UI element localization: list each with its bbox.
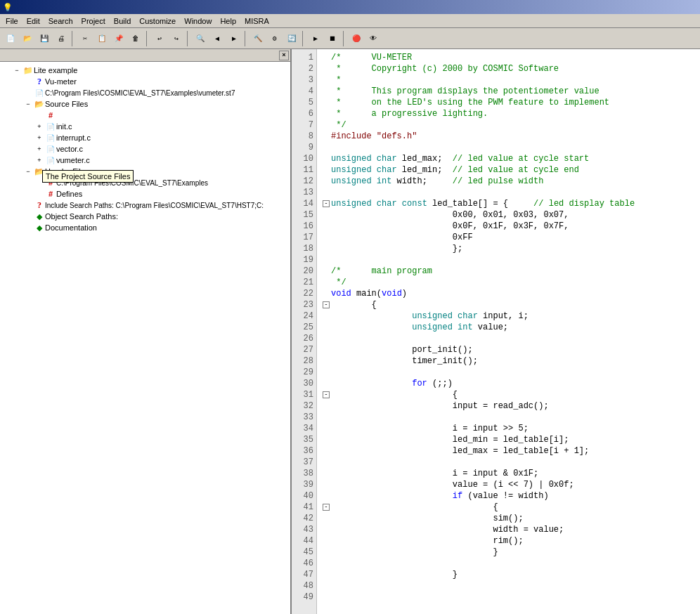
code-line-10: unsigned char led_max; // led value at c… <box>323 153 694 164</box>
new-button[interactable]: 📄 <box>3 31 18 46</box>
code-line-37 <box>323 457 694 468</box>
save-button[interactable]: 💾 <box>37 31 52 46</box>
code-line-48 <box>323 580 694 592</box>
line-number-1: 1 <box>294 52 313 63</box>
code-text-42: sim(); <box>331 513 524 524</box>
code-text-5: * on the LED's using the PWM feature to … <box>331 97 609 108</box>
line-number-12: 12 <box>294 176 313 187</box>
undo-button[interactable]: ↩ <box>152 31 167 46</box>
toggle-lite-example[interactable]: − <box>11 67 22 74</box>
code-line-5: * on the LED's using the PWM feature to … <box>323 97 694 108</box>
tree-item-source-files[interactable]: − 📂 Source Files <box>0 98 290 110</box>
line-number-4: 4 <box>294 86 313 97</box>
code-text-1: /* VU-METER <box>331 52 412 63</box>
browse-fwd-button[interactable]: ▶ <box>226 31 242 46</box>
menu-item-build[interactable]: Build <box>110 15 135 27</box>
line-number-16: 16 <box>294 221 313 232</box>
sep2 <box>146 31 149 46</box>
fold-marker-14[interactable]: - <box>323 200 330 207</box>
line-number-29: 29 <box>294 367 313 378</box>
line-number-43: 43 <box>294 524 313 535</box>
copy-button[interactable]: 📋 <box>94 31 110 46</box>
tree-item-interrupt-c[interactable]: + 📄 interrupt.c <box>0 132 290 143</box>
toggle <box>22 89 34 96</box>
compile-button[interactable]: ⚙ <box>267 31 283 46</box>
delete-button[interactable]: 🗑 <box>128 31 143 46</box>
tree-label-vumeter-path: C:\Program Files\COSMIC\EVAL_ST7\Example… <box>45 89 290 97</box>
toggle-init[interactable]: + <box>34 123 45 130</box>
tree-item-vumeter-c[interactable]: + 📄 vumeter.c <box>0 155 290 166</box>
watch-button[interactable]: 👁 <box>365 31 381 46</box>
code-line-46 <box>323 558 694 569</box>
toggle-interrupt[interactable]: + <box>34 134 45 141</box>
toggle <box>22 78 34 85</box>
file-c-icon: 📄 <box>45 134 56 142</box>
code-line-2: * Copyright (c) 2000 by COSMIC Software <box>323 63 694 74</box>
tree-label-vector-c: vector.c <box>56 145 290 153</box>
menu-item-window[interactable]: Window <box>180 15 216 27</box>
code-text-43: width = value; <box>331 524 564 535</box>
fold-marker-23[interactable]: - <box>323 301 330 308</box>
build-button[interactable]: 🔨 <box>250 31 266 46</box>
breakpoint-button[interactable]: 🔴 <box>349 31 364 46</box>
fold-marker-41[interactable]: - <box>323 504 330 511</box>
search-button[interactable]: 🔍 <box>193 31 208 46</box>
line-number-3: 3 <box>294 74 313 86</box>
menu-item-search[interactable]: Search <box>44 15 77 27</box>
menu-item-customize[interactable]: Customize <box>135 15 180 27</box>
line-number-13: 13 <box>294 187 313 198</box>
toggle-source[interactable]: − <box>22 100 34 107</box>
menu-item-file[interactable]: File <box>1 15 22 27</box>
tree-item-source-sub[interactable]: # <box>0 110 290 121</box>
code-text-37 <box>331 457 336 468</box>
menu-item-help[interactable]: Help <box>216 15 240 27</box>
line-number-8: 8 <box>294 131 313 142</box>
tree-item-init-c[interactable]: + 📄 init.c <box>0 121 290 132</box>
print-button[interactable]: 🖨 <box>53 31 69 46</box>
toggle-vumeter[interactable]: + <box>34 157 45 164</box>
code-line-42: sim(); <box>323 513 694 524</box>
menu-item-edit[interactable]: Edit <box>22 15 44 27</box>
code-line-26 <box>323 333 694 344</box>
line-number-6: 6 <box>294 108 313 119</box>
code-area: 1234567891011121314151617181920212223242… <box>292 49 700 614</box>
close-panel-button[interactable]: × <box>279 51 289 60</box>
stop-button[interactable]: ⏹ <box>325 31 340 46</box>
rebuild-button[interactable]: 🔄 <box>284 31 299 46</box>
code-line-14: -unsigned char const led_table[] = { // … <box>323 198 694 209</box>
browse-back-button[interactable]: ◀ <box>209 31 225 46</box>
tree-item-vu-meter[interactable]: ? Vu-meter <box>0 76 290 87</box>
tree-item-documentation[interactable]: ◆ Documentation <box>0 222 290 233</box>
tree-item-vector-c[interactable]: + 📄 vector.c <box>0 143 290 155</box>
toggle-vector[interactable]: + <box>34 145 45 152</box>
code-line-38: i = input & 0x1F; <box>323 468 694 479</box>
toggle-header[interactable]: − <box>22 168 34 175</box>
menu-item-misra[interactable]: MISRA <box>240 15 273 27</box>
tree-item-lite-example[interactable]: − 📁 Lite example <box>0 65 290 76</box>
paste-button[interactable]: 📌 <box>111 31 127 46</box>
menu-item-project[interactable]: Project <box>77 15 110 27</box>
tree-item-object-paths[interactable]: ◆ Object Search Paths: <box>0 211 290 222</box>
line-number-11: 11 <box>294 164 313 176</box>
line-numbers: 1234567891011121314151617181920212223242… <box>292 49 317 614</box>
code-editor[interactable]: 1234567891011121314151617181920212223242… <box>292 49 700 614</box>
line-number-9: 9 <box>294 142 313 153</box>
code-text-35: led_min = led_table[i]; <box>331 434 569 445</box>
line-number-10: 10 <box>294 153 313 164</box>
code-text-45: } <box>331 547 498 558</box>
code-content[interactable]: /* VU-METER * Copyright (c) 2000 by COSM… <box>317 49 700 614</box>
code-line-30: for (;;) <box>323 378 694 389</box>
fold-marker-31[interactable]: - <box>323 391 330 398</box>
toggle <box>22 202 34 209</box>
cut-button[interactable]: ✂ <box>77 31 93 46</box>
code-line-39: value = (i << 7) | 0x0f; <box>323 479 694 490</box>
tree-item-defines[interactable]: # Defines <box>0 188 290 200</box>
diamond-green-icon: ◆ <box>34 212 45 221</box>
redo-button[interactable]: ↪ <box>169 31 184 46</box>
tree-item-include-paths[interactable]: ? Include Search Paths: C:\Program Files… <box>0 200 290 211</box>
tree-item-vumeter-path[interactable]: 📄 C:\Program Files\COSMIC\EVAL_ST7\Examp… <box>0 87 290 98</box>
code-line-16: 0x0F, 0x1F, 0x3F, 0x7F, <box>323 221 694 232</box>
code-line-24: unsigned char input, i; <box>323 311 694 322</box>
debug-button[interactable]: ▶ <box>308 31 323 46</box>
open-button[interactable]: 📂 <box>20 31 35 46</box>
